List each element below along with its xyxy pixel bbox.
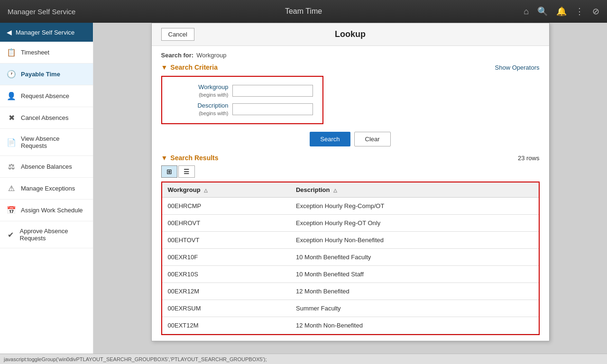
cell-workgroup: 00EHROVT <box>162 215 290 232</box>
sidebar-item-view-absence-requests[interactable]: 📄 View Absence Requests <box>0 129 93 156</box>
search-icon[interactable]: 🔍 <box>537 6 548 17</box>
search-button-row: Search Clear <box>161 132 540 146</box>
sidebar-item-absence-balances[interactable]: ⚖ Absence Balances <box>0 156 93 178</box>
sidebar-item-request-absence[interactable]: 👤 Request Absence <box>0 85 93 107</box>
table-row[interactable]: 00EXR10S 10 Month Benefited Staff <box>162 266 539 283</box>
page-title: Team Time <box>285 7 322 16</box>
results-count: 23 rows <box>518 155 540 162</box>
search-criteria-title: Search Criteria <box>170 64 218 71</box>
timesheet-icon: 📋 <box>7 48 16 57</box>
sidebar-item-approve-absence-requests[interactable]: ✔ Approve Absence Requests <box>0 221 93 248</box>
assign-work-schedule-icon: 📅 <box>7 206 16 215</box>
manage-exceptions-label: Manage Exceptions <box>21 185 75 192</box>
request-absence-label: Request Absence <box>21 92 69 100</box>
search-button[interactable]: Search <box>310 132 350 146</box>
absence-balances-label: Absence Balances <box>21 163 72 170</box>
table-header-row: Workgroup △ Description △ <box>162 182 539 198</box>
cell-workgroup: 00EXR10F <box>162 249 290 266</box>
table-row[interactable]: 00EXRSUM Summer Faculty <box>162 300 539 317</box>
description-input[interactable] <box>232 103 313 115</box>
sidebar-back-button[interactable]: ◀ Manager Self Service <box>0 23 93 42</box>
modal-title: Lookup <box>335 29 366 39</box>
search-for-row: Search for: Workgroup <box>161 52 540 59</box>
approve-absence-requests-icon: ✔ <box>7 230 15 239</box>
cancel-button[interactable]: Cancel <box>161 28 194 41</box>
modal-overlay: Cancel Lookup Search for: Workgroup ▼ Se… <box>93 23 607 354</box>
payable-time-label: Payable Time <box>21 71 60 78</box>
sidebar-item-assign-work-schedule[interactable]: 📅 Assign Work Schedule <box>0 200 93 221</box>
description-form-row: Description (begins with) <box>172 102 313 117</box>
sidebar: ◀ Manager Self Service 📋 Timesheet 🕐 Pay… <box>0 23 93 354</box>
cell-description: Exception Hourly Reg-Comp/OT <box>290 198 539 215</box>
cell-description: 10 Month Benefited Staff <box>290 266 539 283</box>
sidebar-item-cancel-absences[interactable]: ✖ Cancel Absences <box>0 107 93 129</box>
top-bar: Manager Self Service Team Time ⌂ 🔍 🔔 ⋮ ⊘ <box>0 0 607 23</box>
grid-view-button[interactable]: ⊞ <box>161 165 177 178</box>
col-header-workgroup[interactable]: Workgroup △ <box>162 182 290 198</box>
sort-icon-workgroup: △ <box>204 188 208 193</box>
table-row[interactable]: 00EXR10F 10 Month Benefited Faculty <box>162 249 539 266</box>
cell-description: 12 Month Benefited <box>290 283 539 300</box>
search-for-label: Search for: <box>161 52 194 59</box>
lookup-modal: Cancel Lookup Search for: Workgroup ▼ Se… <box>151 23 550 341</box>
cell-workgroup: 00EHRCMP <box>162 198 290 215</box>
absence-balances-icon: ⚖ <box>7 162 16 171</box>
more-icon[interactable]: ⋮ <box>575 6 584 17</box>
results-table-container[interactable]: Workgroup △ Description △ <box>161 182 540 335</box>
cell-workgroup: 00EXR12M <box>162 283 290 300</box>
search-form-box: Workgroup (begins with) Description (beg… <box>161 76 323 124</box>
table-row[interactable]: 00EXR12M 12 Month Benefited <box>162 283 539 300</box>
content-area: Cancel Lookup Search for: Workgroup ▼ Se… <box>93 23 607 354</box>
workgroup-input[interactable] <box>232 85 313 97</box>
cancel-absences-label: Cancel Absences <box>21 114 68 121</box>
cell-description: 12 Month Non-Benefited <box>290 317 539 334</box>
section-toggle-icon[interactable]: ▼ <box>161 64 168 71</box>
table-row[interactable]: 00EHROVT Exception Hourly Reg-OT Only <box>162 215 539 232</box>
status-bar: javascript:toggleGroup('win0divPTLAYOUT_… <box>0 354 607 364</box>
sidebar-back-label: Manager Self Service <box>16 29 74 36</box>
col-header-description[interactable]: Description △ <box>290 182 539 198</box>
view-absence-requests-icon: 📄 <box>7 138 16 147</box>
status-bar-text: javascript:toggleGroup('win0divPTLAYOUT_… <box>4 356 267 362</box>
request-absence-icon: 👤 <box>7 91 16 100</box>
workgroup-label: Workgroup (begins with) <box>172 83 229 98</box>
workgroup-form-row: Workgroup (begins with) <box>172 83 313 98</box>
back-arrow-icon: ◀ <box>7 28 12 36</box>
bell-icon[interactable]: 🔔 <box>556 6 567 17</box>
cell-workgroup: 00EXR10S <box>162 266 290 283</box>
table-row[interactable]: 00EXT12M 12 Month Non-Benefited <box>162 317 539 334</box>
description-label: Description (begins with) <box>172 102 229 117</box>
show-operators-link[interactable]: Show Operators <box>495 64 540 71</box>
cell-workgroup: 00EXT12M <box>162 317 290 334</box>
sidebar-item-timesheet[interactable]: 📋 Timesheet <box>0 42 93 64</box>
payable-time-icon: 🕐 <box>7 70 16 79</box>
cell-description: Exception Hourly Non-Benefited <box>290 232 539 249</box>
main-layout: ◀ Manager Self Service 📋 Timesheet 🕐 Pay… <box>0 23 607 354</box>
approve-absence-requests-label: Approve Absence Requests <box>20 228 86 242</box>
manage-exceptions-icon: ⚠ <box>7 184 16 193</box>
table-row[interactable]: 00EHRCMP Exception Hourly Reg-Comp/OT <box>162 198 539 215</box>
block-icon[interactable]: ⊘ <box>592 6 599 17</box>
search-for-value: Workgroup <box>196 52 226 59</box>
list-view-button[interactable]: ☰ <box>178 165 195 178</box>
cell-workgroup: 00EXRSUM <box>162 300 290 317</box>
search-criteria-section-header: ▼ Search Criteria Show Operators <box>161 64 540 71</box>
top-bar-icons: ⌂ 🔍 🔔 ⋮ ⊘ <box>524 6 599 17</box>
sidebar-item-manage-exceptions[interactable]: ⚠ Manage Exceptions <box>0 178 93 200</box>
view-absence-requests-label: View Absence Requests <box>21 135 86 149</box>
clear-button[interactable]: Clear <box>354 132 391 146</box>
results-table: Workgroup △ Description △ <box>162 182 539 334</box>
table-row[interactable]: 00EHTOVT Exception Hourly Non-Benefited <box>162 232 539 249</box>
modal-body: Search for: Workgroup ▼ Search Criteria … <box>152 46 549 341</box>
cancel-absences-icon: ✖ <box>7 113 16 122</box>
modal-header: Cancel Lookup <box>152 23 549 46</box>
results-toggle-icon[interactable]: ▼ <box>161 154 168 162</box>
search-results-header: ▼ Search Results 23 rows <box>161 154 540 162</box>
home-icon[interactable]: ⌂ <box>524 7 529 17</box>
sidebar-item-payable-time[interactable]: 🕐 Payable Time <box>0 64 93 85</box>
timesheet-label: Timesheet <box>21 49 49 56</box>
app-title: Manager Self Service <box>8 8 75 16</box>
cell-workgroup: 00EHTOVT <box>162 232 290 249</box>
view-toggle: ⊞ ☰ <box>161 165 540 178</box>
assign-work-schedule-label: Assign Work Schedule <box>21 207 83 214</box>
